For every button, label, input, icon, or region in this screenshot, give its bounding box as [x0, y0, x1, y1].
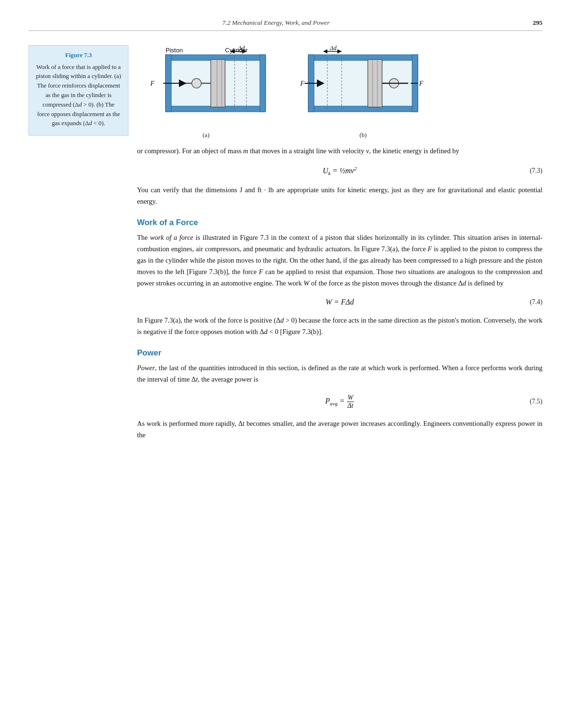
- diagram-a-svg: Piston Cylinder Δd F: [137, 45, 275, 128]
- diagram-a-label: (a): [203, 131, 209, 139]
- sidebar: Figure 7.3 Work of a force that is appli…: [29, 45, 128, 136]
- section-title: 7.2 Mechanical Energy, Work, and Power: [29, 19, 523, 27]
- diagram-a: Piston Cylinder Δd F: [137, 45, 275, 139]
- power-heading: Power: [137, 348, 542, 358]
- svg-rect-25: [368, 59, 382, 107]
- eq-number-74: (7.4): [530, 298, 542, 306]
- svg-rect-21: [308, 55, 418, 60]
- eq-number-75: (7.5): [530, 398, 542, 405]
- figure-title: Figure 7.3: [36, 50, 121, 60]
- eq-number-73: (7.3): [530, 167, 542, 175]
- intro-paragraph: or compressor). For an object of mass m …: [137, 146, 542, 157]
- diagram-b: Δd F F: [294, 45, 432, 139]
- svg-text:F: F: [150, 80, 155, 87]
- work-heading: Work of a Force: [137, 218, 542, 227]
- svg-text:Δd: Δd: [237, 45, 245, 51]
- figure-caption: Work of a force that is applied to a pis…: [36, 63, 121, 129]
- equation-74: W = FΔd (7.4): [137, 298, 542, 306]
- equation-73: Uk = ½mv2 (7.3): [137, 166, 542, 177]
- equation-75: Pavg = WΔt (7.5): [137, 394, 542, 410]
- page-container: 7.2 Mechanical Energy, Work, and Power 2…: [0, 0, 571, 728]
- svg-text:Δd: Δd: [329, 45, 337, 51]
- svg-text:F: F: [419, 80, 423, 87]
- figure-diagrams: Piston Cylinder Δd F: [137, 45, 542, 139]
- power-paragraph-1: Power, the last of the quantities introd…: [137, 363, 542, 385]
- work-paragraph-1: The work of a force is illustrated in Fi…: [137, 232, 542, 289]
- svg-rect-22: [308, 106, 418, 112]
- svg-rect-6: [211, 59, 225, 107]
- verify-paragraph: You can verify that the dimensions J and…: [137, 185, 542, 207]
- svg-text:Piston: Piston: [166, 47, 183, 54]
- content-text: or compressor). For an object of mass m …: [137, 146, 542, 441]
- page-number: 295: [523, 19, 542, 27]
- diagram-b-label: (b): [359, 131, 366, 139]
- content-area: Piston Cylinder Δd F: [137, 45, 542, 447]
- svg-rect-5: [260, 55, 266, 112]
- work-paragraph-2: In Figure 7.3(a), the work of the force …: [137, 315, 542, 338]
- figure-box: Figure 7.3 Work of a force that is appli…: [29, 45, 128, 136]
- power-paragraph-2: As work is performed more rapidly, Δt be…: [137, 418, 542, 441]
- main-layout: Figure 7.3 Work of a force that is appli…: [29, 45, 542, 447]
- svg-point-8: [192, 79, 201, 88]
- svg-text:F: F: [300, 80, 305, 87]
- diagram-b-svg: Δd F F: [294, 45, 432, 128]
- page-header: 7.2 Mechanical Energy, Work, and Power 2…: [29, 19, 542, 31]
